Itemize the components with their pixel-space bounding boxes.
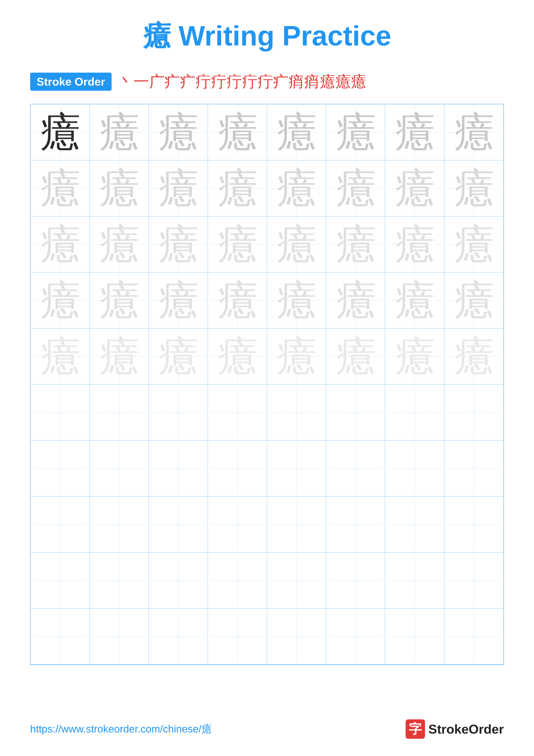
stroke-order-section: Stroke Order 丶 一 广 疒 疒 疔 疔 疔 疔 疔 疒 痟 痟 癔… xyxy=(30,72,504,91)
table-row[interactable] xyxy=(326,441,385,497)
table-row: 癔 xyxy=(445,272,503,328)
table-row: 癔 xyxy=(89,216,149,272)
logo-text: StrokeOrder xyxy=(428,722,504,737)
table-row[interactable] xyxy=(326,497,385,553)
table-row[interactable] xyxy=(267,608,326,664)
table-row[interactable] xyxy=(445,553,503,608)
table-row: 癔 xyxy=(385,104,444,160)
table-row[interactable] xyxy=(208,553,267,608)
table-row[interactable] xyxy=(445,441,503,497)
table-row[interactable] xyxy=(149,385,208,441)
stroke-char-10: 疔 xyxy=(258,72,273,91)
footer-url[interactable]: https://www.strokeorder.com/chinese/癔 xyxy=(30,722,212,736)
cell-guide-v xyxy=(474,555,474,606)
practice-char-light: 癔 xyxy=(39,168,81,209)
table-row[interactable] xyxy=(445,497,503,553)
cell-guide-v xyxy=(474,387,474,438)
cell-guide-v xyxy=(119,499,119,550)
practice-char-light: 癔 xyxy=(158,336,199,377)
table-row[interactable] xyxy=(31,497,89,553)
table-row[interactable] xyxy=(385,497,444,553)
cell-guide-v xyxy=(356,499,356,550)
table-row[interactable] xyxy=(149,608,208,664)
cell-guide-v xyxy=(237,443,238,494)
practice-char-light: 癔 xyxy=(394,112,435,153)
table-row[interactable] xyxy=(89,553,149,608)
practice-char-light: 癔 xyxy=(217,280,258,321)
table-row[interactable] xyxy=(208,497,267,553)
table-row[interactable] xyxy=(149,441,208,497)
table-row: 癔 xyxy=(208,272,267,328)
table-row[interactable] xyxy=(89,608,149,664)
stroke-char-8: 疔 xyxy=(227,72,242,91)
table-row: 癔 xyxy=(208,216,267,272)
table-row[interactable] xyxy=(385,441,444,497)
table-row[interactable] xyxy=(208,441,267,497)
table-row[interactable] xyxy=(267,497,326,553)
table-row: 癔 xyxy=(89,104,149,160)
practice-char-light: 癔 xyxy=(158,112,199,153)
practice-char-light: 癔 xyxy=(99,280,140,321)
logo-icon: 字 xyxy=(406,719,425,739)
practice-char-light: 癔 xyxy=(99,336,140,377)
cell-guide-v xyxy=(178,387,178,438)
practice-char-light: 癔 xyxy=(453,168,495,209)
table-row[interactable] xyxy=(31,441,89,497)
cell-guide-v xyxy=(415,443,415,494)
table-row: 癔 xyxy=(326,272,385,328)
table-row[interactable] xyxy=(385,553,444,608)
practice-char-light: 癔 xyxy=(158,168,199,209)
practice-char-light: 癔 xyxy=(335,224,376,265)
table-row[interactable] xyxy=(31,553,89,608)
stroke-order-badge: Stroke Order xyxy=(30,73,112,91)
table-row[interactable] xyxy=(267,553,326,608)
table-row: 癔 xyxy=(89,272,149,328)
table-row: 癔 xyxy=(208,160,267,216)
table-row[interactable] xyxy=(326,553,385,608)
table-row[interactable] xyxy=(267,441,326,497)
table-row: 癔 xyxy=(267,272,326,328)
practice-char-light: 癔 xyxy=(99,224,140,265)
table-row[interactable] xyxy=(445,608,503,664)
table-row[interactable] xyxy=(89,385,149,441)
table-row[interactable] xyxy=(326,385,385,441)
title-char: 癔 xyxy=(143,20,171,51)
table-row: 癔 xyxy=(326,328,385,385)
cell-guide-v xyxy=(237,611,238,662)
table-row[interactable] xyxy=(89,441,149,497)
table-row[interactable] xyxy=(31,385,89,441)
table-row: 癔 xyxy=(149,272,208,328)
table-row: 癔 xyxy=(326,160,385,216)
table-row: 癔 xyxy=(267,160,326,216)
table-row[interactable] xyxy=(89,497,149,553)
footer: https://www.strokeorder.com/chinese/癔 字 … xyxy=(30,711,504,739)
practice-char-light: 癔 xyxy=(335,280,376,321)
stroke-char-16: 癔 xyxy=(351,72,366,91)
practice-grid: 癔 癔 癔 癔 癔 xyxy=(30,104,504,665)
table-row[interactable] xyxy=(326,608,385,664)
table-row[interactable] xyxy=(385,608,444,664)
stroke-char-7: 疔 xyxy=(211,72,227,91)
table-row[interactable] xyxy=(208,385,267,441)
table-row[interactable] xyxy=(385,385,444,441)
table-row: 癔 xyxy=(267,328,326,385)
table-row: 癔 xyxy=(149,328,208,385)
practice-char-light: 癔 xyxy=(276,112,317,153)
table-row[interactable] xyxy=(208,608,267,664)
stroke-char-4: 疒 xyxy=(165,72,180,91)
practice-char-light: 癔 xyxy=(99,168,140,209)
table-row[interactable] xyxy=(445,385,503,441)
practice-char-light: 癔 xyxy=(217,112,258,153)
table-row[interactable] xyxy=(31,608,89,664)
practice-char-light: 癔 xyxy=(276,336,317,377)
table-row: 癔 xyxy=(31,216,89,272)
table-row[interactable] xyxy=(149,497,208,553)
cell-guide-v xyxy=(237,499,238,550)
table-row[interactable] xyxy=(149,553,208,608)
footer-logo: 字 StrokeOrder xyxy=(406,719,504,739)
cell-guide-v xyxy=(474,443,474,494)
table-row[interactable] xyxy=(267,385,326,441)
practice-char-light: 癔 xyxy=(394,168,435,209)
page: 癔 Writing Practice Stroke Order 丶 一 广 疒 … xyxy=(0,0,534,756)
practice-char-light: 癔 xyxy=(276,168,317,209)
